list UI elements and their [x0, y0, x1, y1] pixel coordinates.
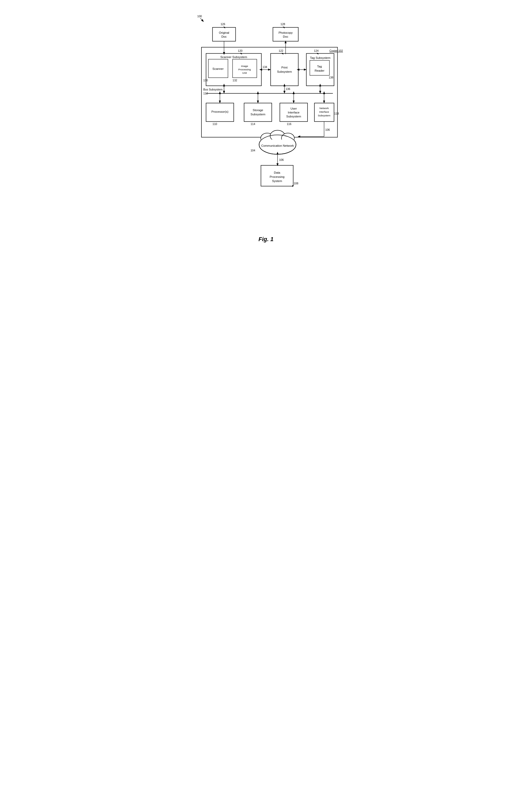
- ipu-label1: Image: [241, 64, 248, 67]
- communication-network-cloud: [259, 130, 296, 154]
- ref-118: 118: [334, 112, 339, 115]
- dp-label2: Processing: [270, 175, 285, 178]
- ipu-label2: Processing: [238, 68, 251, 71]
- ref-138: 138: [329, 76, 334, 79]
- ui-label1: User: [290, 107, 297, 110]
- copier-label: Copier 102: [329, 49, 343, 52]
- ui-label2: Interface: [288, 111, 300, 114]
- ref-126: 126: [221, 22, 225, 25]
- ref-106-top: 106: [325, 128, 330, 131]
- ni-label3: Subsystem: [318, 114, 330, 117]
- ref-108: 108: [294, 182, 298, 185]
- ui-label3: Subsystem: [286, 115, 301, 118]
- storage-subsystem-box: [244, 103, 272, 122]
- ni-label2: Interface: [319, 110, 329, 113]
- diagram: 100 126 Original Doc 128 Photocopy Doc: [188, 13, 344, 225]
- photocopy-doc-box: [273, 27, 298, 41]
- original-doc-label: Original: [219, 31, 229, 34]
- ref-104: 104: [251, 149, 255, 152]
- print-subsystem-label2: Subsystem: [277, 70, 292, 73]
- svg-line-1: [223, 26, 225, 28]
- tag-subsystem-label1: Tag Subsystem: [310, 56, 330, 59]
- bus-subsystem-label: Bus Subsystem: [203, 88, 223, 91]
- comm-network-label: Communication Network: [261, 144, 294, 147]
- tag-reader-label1: Tag: [317, 65, 322, 68]
- original-doc-box: [212, 27, 235, 41]
- ref-132: 132: [232, 79, 237, 82]
- ref-120: 120: [238, 49, 243, 52]
- copier-box: [202, 47, 338, 137]
- ref-106-bot: 106: [279, 158, 284, 161]
- ref-136: 136: [286, 87, 290, 91]
- scanner-subsystem-label: Scanner Subsystem: [220, 55, 247, 59]
- svg-line-2: [283, 26, 284, 28]
- ipu-label3: Unit: [242, 71, 247, 74]
- ref-122: 122: [279, 49, 284, 52]
- photocopy-doc-label: Photocopy: [279, 31, 293, 34]
- processors-label1: Processor(s): [211, 110, 228, 113]
- storage-label2: Subsystem: [251, 113, 265, 116]
- print-subsystem-box: [271, 53, 298, 86]
- dp-label1: Data: [274, 171, 280, 174]
- tag-reader-label2: Reader: [315, 69, 325, 72]
- figure-label: Fig. 1: [188, 236, 344, 243]
- photocopy-doc-label2: Doc: [283, 35, 288, 38]
- svg-line-0: [201, 18, 203, 21]
- ref-114: 114: [251, 123, 255, 126]
- ref-110: 110: [212, 123, 217, 126]
- page: 100 126 Original Doc 128 Photocopy Doc: [177, 5, 355, 258]
- dp-label3: System: [272, 179, 282, 183]
- ref-124: 124: [314, 49, 319, 52]
- ref-134: 134: [263, 66, 267, 69]
- fig-ref-100: 100: [197, 15, 202, 18]
- original-doc-label2: Doc: [221, 35, 227, 38]
- ref-128: 128: [281, 22, 285, 25]
- ni-label1: Network: [320, 107, 329, 110]
- ref-116: 116: [287, 123, 291, 126]
- scanner-label: Scanner: [212, 67, 224, 70]
- ref-130: 130: [203, 79, 208, 82]
- storage-label1: Storage: [253, 109, 263, 112]
- print-subsystem-label1: Print: [281, 66, 288, 69]
